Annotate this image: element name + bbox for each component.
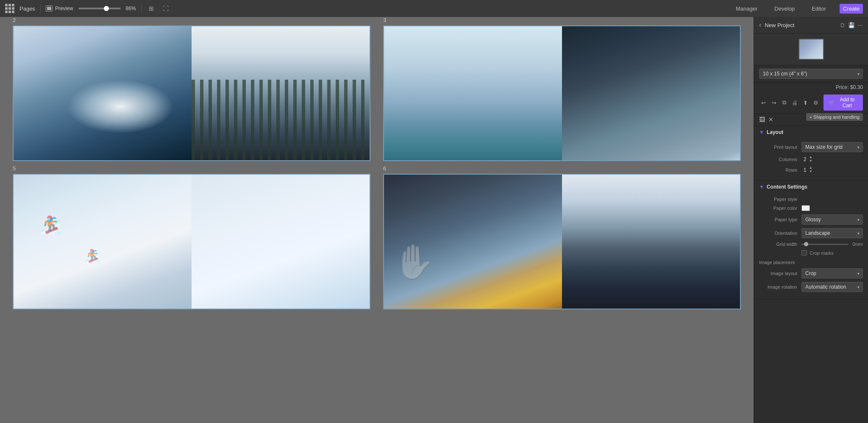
- nav-create[interactable]: Create: [840, 4, 863, 14]
- photo-3b: [562, 26, 740, 160]
- cart-icon: 🛒: [829, 100, 835, 106]
- page-number-2: 2: [13, 17, 16, 23]
- paper-color-label: Paper color: [759, 206, 797, 211]
- image-rotation-label: Image rotation: [759, 284, 797, 289]
- paper-style-row: Paper style: [759, 197, 863, 202]
- content-settings-body: Paper style Paper color Paper type Gloss…: [754, 193, 868, 299]
- nav-editor[interactable]: Editor: [808, 4, 829, 14]
- fullscreen-button[interactable]: ⛶: [161, 4, 170, 13]
- thumbnail-image: [798, 39, 824, 60]
- image-layout-selector[interactable]: Crop: [801, 268, 863, 278]
- page-block-6: 6: [383, 174, 741, 309]
- topbar-nav: Manager Develop Editor Create: [732, 4, 863, 14]
- image-icon[interactable]: 🖼: [759, 116, 765, 123]
- fit-window-button[interactable]: ⊞: [147, 4, 156, 13]
- rows-input: 1 ▲ ▼: [801, 166, 812, 173]
- page-content-6[interactable]: [383, 174, 741, 309]
- grid-width-thumb[interactable]: [804, 242, 808, 246]
- columns-up[interactable]: ▲: [809, 156, 812, 159]
- page-block-3: 3: [383, 25, 741, 161]
- grid-width-slider[interactable]: [801, 244, 849, 245]
- paper-type-label: Paper type: [759, 217, 797, 222]
- layout-section-header[interactable]: ▼ Layout: [754, 126, 868, 139]
- content-settings-section: ▼ Content Settings Paper style Paper col…: [754, 181, 868, 299]
- page-content-5[interactable]: [13, 174, 370, 309]
- pages-grid-button[interactable]: [5, 4, 14, 13]
- paper-type-wrapper: Glossy: [801, 214, 863, 225]
- add-to-cart-label: Add to Cart: [837, 97, 858, 109]
- print-layout-row: Print layout Max size for grid: [759, 142, 863, 152]
- pages-label: Pages: [19, 6, 35, 12]
- divider-2: [141, 4, 142, 13]
- image-rotation-wrapper: Automatic rotation: [801, 282, 863, 292]
- main-area: 2 3 5 6: [0, 17, 868, 423]
- more-icon[interactable]: ⋯: [857, 22, 863, 28]
- rows-label: Rows: [759, 167, 797, 173]
- page-content-2[interactable]: [13, 25, 370, 161]
- topbar: Pages Preview 86% ⊞ ⛶ Manager Develop Ed…: [0, 0, 868, 17]
- orientation-label: Orientation: [759, 231, 797, 236]
- page-content-3[interactable]: [383, 25, 741, 161]
- page-number-5: 5: [13, 165, 16, 172]
- share-button[interactable]: ⬆: [801, 98, 810, 107]
- nav-develop[interactable]: Develop: [771, 4, 798, 14]
- grid-width-row: Grid width 0mm: [759, 242, 863, 247]
- rows-down[interactable]: ▼: [809, 170, 812, 173]
- panel-toolbar: ↩ ↪ ⧉ 🖨 ⬆ ⚙ 🛒 Add to Cart + Shipping and…: [754, 92, 868, 114]
- zoom-value: 86%: [126, 6, 136, 11]
- columns-down[interactable]: ▼: [809, 159, 812, 163]
- crop-marks-label: Crop marks: [810, 250, 834, 256]
- print-layout-selector[interactable]: Max size for grid: [801, 142, 863, 152]
- redo-button[interactable]: ↪: [770, 98, 779, 107]
- photo-2a: [14, 26, 192, 160]
- zoom-slider[interactable]: [78, 8, 121, 9]
- layout-section-body: Print layout Max size for grid Columns 2…: [754, 139, 868, 180]
- format-selector[interactable]: 10 x 15 cm (4" x 6"): [759, 69, 863, 79]
- side-panel: ‹ New Project 🗋 💾 ⋯ 10 x 15 cm (4" x 6")…: [754, 17, 868, 423]
- preview-button[interactable]: Preview: [46, 6, 73, 11]
- preview-icon: [46, 6, 53, 11]
- panel-header: ‹ New Project 🗋 💾 ⋯: [754, 17, 868, 33]
- columns-value: 2: [801, 156, 808, 162]
- undo-button[interactable]: ↩: [759, 98, 768, 107]
- layout-arrow: ▼: [759, 129, 764, 135]
- canvas-area: 2 3 5 6: [0, 17, 754, 423]
- photo-5b: [192, 175, 370, 309]
- nav-manager[interactable]: Manager: [732, 4, 761, 14]
- back-button[interactable]: ‹: [759, 21, 761, 29]
- slider-track[interactable]: [78, 8, 121, 9]
- crop-marks-checkbox[interactable]: [801, 250, 807, 256]
- image-rotation-selector[interactable]: Automatic rotation: [801, 282, 863, 292]
- pages-button[interactable]: ⧉: [780, 98, 789, 107]
- preview-label: Preview: [55, 6, 73, 11]
- grid-width-label: Grid width: [759, 242, 797, 247]
- page-number-3: 3: [383, 17, 386, 23]
- grid-width-value: 0mm: [851, 242, 863, 247]
- slider-thumb[interactable]: [104, 6, 109, 11]
- layout-section-title: Layout: [767, 129, 783, 135]
- print-layout-value-wrapper: Max size for grid: [801, 142, 863, 152]
- paper-color-swatch[interactable]: [801, 205, 810, 211]
- content-settings-header[interactable]: ▼ Content Settings: [754, 181, 868, 193]
- rows-arrows: ▲ ▼: [809, 166, 812, 173]
- rows-value: 1: [801, 167, 808, 173]
- close-icon[interactable]: ✕: [768, 116, 773, 123]
- save-icon[interactable]: 💾: [848, 22, 855, 28]
- orientation-selector[interactable]: Landscape: [801, 228, 863, 238]
- content-arrow: ▼: [759, 184, 764, 190]
- panel-thumbnail-area: [754, 33, 868, 65]
- new-doc-icon[interactable]: 🗋: [840, 22, 846, 28]
- photo-3a: [384, 26, 562, 160]
- page-block-5: 5: [13, 174, 370, 309]
- print-layout-label: Print layout: [759, 145, 797, 150]
- print-button[interactable]: 🖨: [790, 98, 799, 107]
- add-to-cart-button[interactable]: 🛒 Add to Cart + Shipping and handling: [823, 95, 863, 111]
- columns-row: Columns 2 ▲ ▼: [759, 156, 863, 163]
- photo-6b: [562, 175, 740, 309]
- divider-1: [40, 4, 41, 13]
- settings-button[interactable]: ⚙: [812, 98, 821, 107]
- paper-type-selector[interactable]: Glossy: [801, 214, 863, 225]
- rows-up[interactable]: ▲: [809, 166, 812, 170]
- paper-type-row: Paper type Glossy: [759, 214, 863, 225]
- grid-width-slider-row: 0mm: [801, 242, 863, 247]
